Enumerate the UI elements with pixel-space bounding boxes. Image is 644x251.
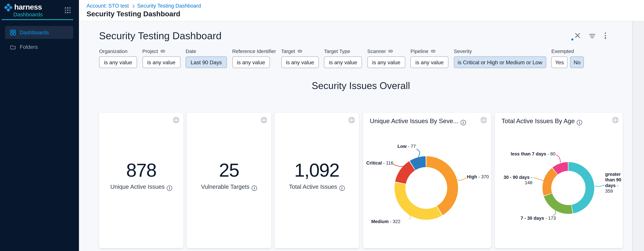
filter-severity: Severityis Critical or High or Medium or…: [454, 48, 546, 68]
breadcrumb-chevron-icon: [131, 4, 135, 8]
harness-logo-icon: [4, 3, 13, 12]
dashboards-grid-icon: [10, 29, 16, 35]
info-icon[interactable]: [252, 185, 257, 191]
dashboard-heading: Security Testing Dashboard: [99, 30, 222, 42]
donut-label-high: High - 370: [467, 174, 489, 180]
filter-date: DateLast 90 Days: [186, 48, 227, 68]
sidebar: harness Dashboards Dashboards Folders: [0, 0, 79, 251]
globe-icon[interactable]: [612, 117, 619, 124]
sidebar-item-dashboards[interactable]: Dashboards: [5, 26, 73, 39]
filter-project-chip[interactable]: is any value: [142, 56, 180, 68]
chart-card-issues-by-severity: Unique Active Issues By Seve... Low - 77…: [363, 113, 491, 248]
folder-icon: [10, 44, 16, 50]
link-icon: [297, 48, 303, 54]
info-icon[interactable]: [339, 185, 344, 191]
filter-scanner: Scanner is any value: [367, 48, 405, 68]
filter-reference-identifier: Reference Identifieris any value: [232, 48, 276, 68]
donut-label-greater-than-90-days: greater than 90 days - 359: [605, 172, 625, 194]
filter-exempted-no-chip[interactable]: No: [570, 56, 584, 68]
more-options-icon[interactable]: [605, 33, 606, 39]
stat-card-unique-active-issues: 878 Unique Active Issues: [99, 113, 184, 248]
page-title: Security Testing Dashboard: [86, 10, 180, 18]
filter-pipeline-chip[interactable]: is any value: [410, 56, 448, 68]
breadcrumb-dashboard-link[interactable]: Security Testing Dashboard: [137, 3, 201, 9]
chart-card-issues-by-age: Total Active Issues By Age less than 7 d…: [495, 113, 623, 248]
filter-label: Project: [142, 48, 158, 54]
product-name: Dashboards: [13, 11, 42, 17]
sidebar-divider: [2, 19, 73, 20]
filter-label: Target Type: [324, 48, 350, 54]
link-icon: [430, 48, 436, 54]
globe-icon[interactable]: [260, 117, 268, 124]
stat-card-vulnerable-targets: 25 Vulnerable Targets: [187, 113, 271, 248]
sidebar-item-label: Folders: [20, 44, 38, 50]
module-grid-icon[interactable]: [65, 7, 71, 13]
stat-value: 878: [99, 160, 184, 181]
stat-label: Total Active Issues: [274, 183, 359, 191]
donut-label-low: Low - 77: [367, 144, 416, 149]
filter-label: Pipeline: [410, 48, 428, 54]
globe-icon[interactable]: [348, 117, 355, 124]
brand-name: harness: [14, 3, 42, 11]
globe-icon[interactable]: [172, 117, 180, 124]
donut-label-30-90-days: 30 - 90 days - 146: [495, 175, 532, 186]
harness-logo[interactable]: harness: [4, 3, 42, 11]
globe-icon[interactable]: [480, 117, 487, 124]
top-bar: Account: STO test Security Testing Dashb…: [79, 0, 644, 21]
filter-target: Target is any value: [281, 48, 319, 68]
stat-label: Unique Active Issues: [99, 183, 184, 191]
sidebar-item-label: Dashboards: [20, 29, 49, 35]
filter-label: Target: [281, 48, 295, 54]
filter-date-chip[interactable]: Last 90 Days: [186, 56, 227, 68]
filter-organization-chip[interactable]: is any value: [99, 56, 137, 68]
info-icon[interactable]: [577, 120, 582, 125]
donut-label-less-than-7-days: less than 7 days - 80: [503, 151, 555, 157]
filter-label: Scanner: [367, 48, 386, 54]
close-icon[interactable]: [575, 33, 580, 38]
filter-target-type-chip[interactable]: is any value: [324, 56, 362, 68]
filter-exempted: ExemptedYesNo: [552, 48, 584, 68]
sidebar-item-folders[interactable]: Folders: [5, 40, 73, 53]
info-icon[interactable]: [460, 120, 466, 125]
filter-label: Organization: [99, 48, 128, 54]
filter-label: Severity: [454, 48, 472, 54]
dashboard-panel: Security Testing Dashboard Organizationi…: [79, 21, 633, 251]
stat-value: 1,092: [274, 160, 359, 181]
severity-donut-chart[interactable]: [394, 156, 458, 220]
link-icon: [388, 48, 393, 54]
filter-severity-chip[interactable]: is Critical or High or Medium or Low: [454, 56, 546, 68]
donut-label-medium: Medium - 322: [363, 219, 400, 225]
chart-title: Unique Active Issues By Seve...: [370, 117, 466, 125]
page-gutter: [633, 21, 644, 251]
filter-reference-identifier-chip[interactable]: is any value: [232, 56, 270, 68]
filter-organization: Organizationis any value: [99, 48, 137, 68]
filter-label: Exempted: [552, 48, 574, 54]
donut-label-critical: Critical - 116: [363, 160, 393, 166]
filter-exempted-yes-chip[interactable]: Yes: [552, 56, 568, 68]
filter-target-chip[interactable]: is any value: [281, 56, 319, 68]
filter-pipeline: Pipeline is any value: [410, 48, 448, 68]
info-icon[interactable]: [167, 185, 172, 191]
filter-target-type: Target Typeis any value: [324, 48, 362, 68]
stat-value: 25: [187, 160, 271, 181]
chart-title: Total Active Issues By Age: [502, 117, 582, 125]
stat-label: Vulnerable Targets: [187, 183, 271, 191]
filter-scanner-chip[interactable]: is any value: [367, 56, 405, 68]
breadcrumb: Account: STO test Security Testing Dashb…: [86, 3, 201, 9]
cursor-dot: [571, 38, 573, 40]
age-donut-chart[interactable]: [542, 162, 594, 214]
filter-label: Reference Identifier: [232, 48, 276, 54]
donut-label-7-30-days: 7 - 30 days - 173: [507, 216, 556, 221]
app-window: harness Dashboards Dashboards Folders Ac…: [0, 0, 644, 251]
link-icon: [160, 48, 166, 54]
section-title: Security Issues Overall: [99, 80, 622, 91]
filter-icon[interactable]: [589, 34, 595, 38]
filter-project: Project is any value: [142, 48, 180, 68]
breadcrumb-account-link[interactable]: Account: STO test: [86, 3, 129, 9]
stat-card-total-active-issues: 1,092 Total Active Issues: [274, 113, 359, 248]
filter-label: Date: [186, 48, 196, 54]
filter-bar: Organizationis any valueProject is any v…: [99, 48, 584, 68]
